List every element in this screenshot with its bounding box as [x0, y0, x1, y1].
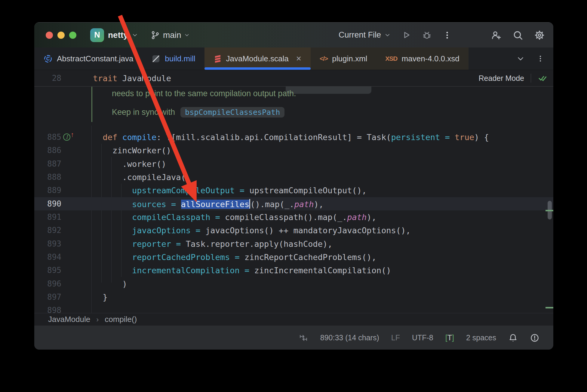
code-line-894[interactable]: 894 reportCachedProblems = zincReportCac…: [34, 250, 553, 264]
code-line-886[interactable]: 886 zincWorker(): [34, 144, 553, 157]
jump-to-column-icon[interactable]: [299, 333, 308, 343]
sticky-line-number: 28: [34, 74, 91, 83]
doc-comment-line: Keep in sync with bspCompileClassesPath: [112, 107, 284, 118]
tab-label: JavaModule.scala: [226, 54, 289, 63]
chevron-down-icon: [184, 32, 189, 38]
title-bar: N netty main Current File: [34, 23, 553, 47]
code-line-891[interactable]: 891 compileClasspath = compileClasspath(…: [34, 210, 553, 224]
project-name: netty: [108, 30, 128, 40]
caret-position-widget[interactable]: 890:33 (14 chars): [320, 333, 379, 342]
run-configuration-label: Current File: [339, 30, 381, 40]
code-line-892[interactable]: 892 javacOptions = javacOptions() ++ man…: [34, 224, 553, 237]
tab-maven-xsd[interactable]: XSD maven-4.0.0.xsd: [376, 47, 468, 70]
svg-text:C: C: [46, 56, 50, 61]
settings-button[interactable]: [534, 30, 545, 41]
sticky-lines-header[interactable]: 28 trait JavaModule Reader Mode: [34, 70, 553, 87]
code-line-889[interactable]: 889 upstreamCompileOutput = upstreamComp…: [34, 184, 553, 197]
mill-file-icon: [151, 54, 161, 63]
tab-label: plugin.xml: [332, 54, 367, 63]
more-actions-button[interactable]: [443, 31, 452, 40]
tab-abstractconstant-java[interactable]: C AbstractConstant.java: [34, 47, 142, 70]
tab-javamodule-scala[interactable]: JavaModule.scala ✕: [204, 47, 311, 70]
selected-text: allSourceFiles: [181, 200, 250, 209]
chevron-down-icon: [132, 32, 138, 38]
code-line-888[interactable]: 888 .compileJava(: [34, 170, 553, 184]
debug-icon: [422, 30, 432, 40]
code-line-885[interactable]: 885 I↑ def compile: T[mill.scalalib.api.…: [34, 130, 553, 144]
tabs-overflow-chevron-icon[interactable]: [517, 55, 524, 63]
search-icon: [512, 30, 523, 41]
active-tab-underline: [204, 67, 311, 70]
tab-build-mill[interactable]: build.mill: [142, 47, 204, 70]
tabs-options-kebab-icon[interactable]: [536, 55, 544, 63]
scala-file-icon: [214, 54, 222, 64]
code-line-893[interactable]: 893 reporter = Task.reporter.apply(hashC…: [34, 237, 553, 250]
code-line-896[interactable]: 896 ): [34, 277, 553, 290]
run-configuration-selector[interactable]: Current File: [339, 30, 390, 40]
breadcrumb-item-class[interactable]: JavaModule: [48, 315, 90, 324]
typing-mode-badge[interactable]: [T]: [445, 333, 454, 342]
code-line-898[interactable]: 898: [34, 304, 553, 313]
tab-label: AbstractConstant.java: [57, 54, 133, 63]
breadcrumb-separator: ›: [96, 315, 99, 324]
code-editor[interactable]: needs to point to the same compilation o…: [34, 87, 553, 313]
status-bar: 890:33 (14 chars) LF UTF-8 [T] 2 spaces: [34, 326, 553, 350]
sticky-code: trait JavaModule: [91, 74, 171, 83]
code-line-895[interactable]: 895 incrementalCompilation = zincIncreme…: [34, 264, 553, 277]
divider: [531, 74, 531, 83]
add-user-icon: [491, 30, 502, 41]
ide-window: N netty main Current File: [34, 22, 553, 350]
doc-code-chip[interactable]: bspCompileClassesPath: [180, 107, 284, 118]
breadcrumb-item-method[interactable]: compile(): [105, 315, 137, 324]
breadcrumb: JavaModule › compile(): [34, 313, 553, 326]
project-avatar: N: [90, 28, 104, 42]
code-line-887[interactable]: 887 .worker(): [34, 157, 553, 170]
code-line-890-current[interactable]: 890 sources = allSourceFiles().map(_.pat…: [34, 197, 553, 210]
run-button[interactable]: [401, 30, 411, 40]
code-with-me-button[interactable]: [491, 30, 502, 41]
run-icon: [401, 30, 411, 40]
settings-gear-icon: [534, 30, 545, 41]
tab-close-icon[interactable]: ✕: [296, 55, 302, 63]
project-selector[interactable]: N netty: [90, 28, 138, 42]
fatal-error-icon[interactable]: [530, 333, 539, 343]
line-separator-widget[interactable]: LF: [391, 333, 400, 342]
editor-tab-bar: C AbstractConstant.java build.mill JavaM…: [34, 47, 553, 70]
doc-comment-line: needs to point to the same compilation o…: [112, 89, 296, 98]
scrollbar-mark[interactable]: [546, 307, 553, 308]
chevron-down-icon: [385, 32, 390, 38]
branch-name: main: [163, 30, 181, 40]
traffic-lights: [46, 32, 76, 39]
tab-plugin-xml[interactable]: </> plugin.xml: [311, 47, 376, 70]
indent-widget[interactable]: 2 spaces: [466, 333, 496, 342]
code-line-897[interactable]: 897 }: [34, 290, 553, 304]
encoding-widget[interactable]: UTF-8: [412, 333, 433, 342]
notifications-bell-icon[interactable]: [508, 333, 518, 343]
java-class-icon: C: [43, 54, 53, 63]
tab-label: maven-4.0.0.xsd: [402, 54, 459, 63]
xml-file-icon: </>: [320, 55, 328, 62]
doc-comment-bar: [91, 87, 92, 122]
debug-button[interactable]: [422, 30, 432, 40]
close-icon[interactable]: [46, 32, 53, 39]
branch-selector[interactable]: main: [150, 30, 189, 40]
override-gutter-icon[interactable]: I↑: [63, 133, 72, 142]
inspections-ok-icon[interactable]: [538, 73, 548, 83]
git-branch-icon: [150, 30, 160, 40]
scrollbar-mark[interactable]: [546, 210, 553, 211]
zoom-icon[interactable]: [69, 32, 76, 39]
more-icon: [443, 31, 452, 40]
tab-label: build.mill: [165, 54, 195, 63]
reader-mode-label[interactable]: Reader Mode: [479, 74, 524, 83]
search-everywhere-button[interactable]: [512, 30, 523, 41]
minimize-icon[interactable]: [57, 32, 65, 39]
doc-code-chip-clipped: [286, 87, 371, 94]
xsd-file-icon: XSD: [385, 55, 397, 62]
